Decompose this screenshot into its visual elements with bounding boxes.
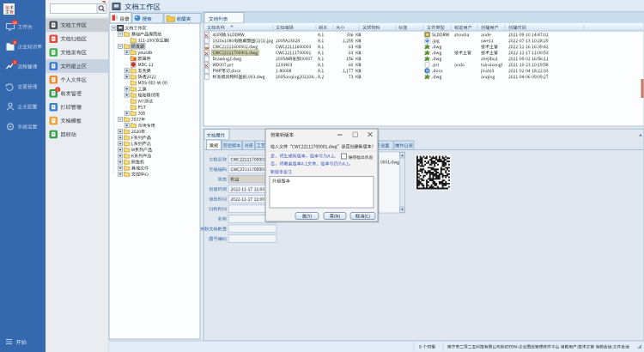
svg-text:16: 16 [13, 21, 17, 25]
